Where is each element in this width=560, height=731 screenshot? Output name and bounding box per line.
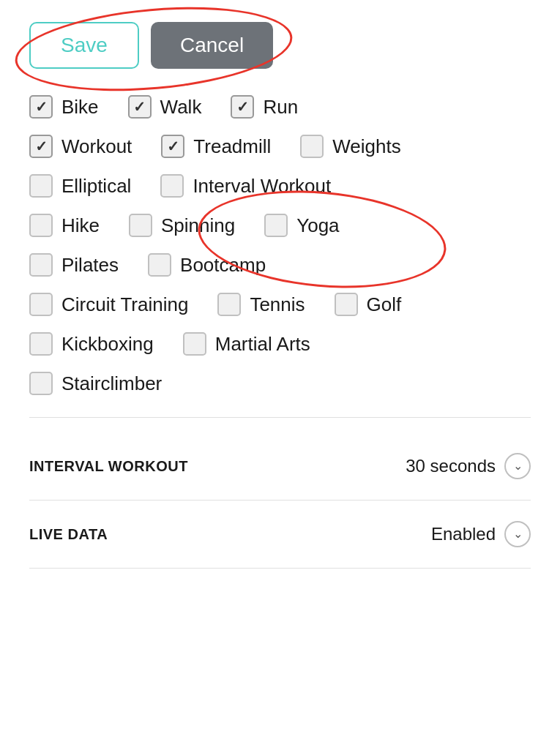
label-treadmill: Treadmill — [193, 135, 271, 158]
checkbox-pilates[interactable]: Pilates — [29, 253, 119, 277]
label-run: Run — [263, 96, 298, 119]
label-weights: Weights — [332, 135, 400, 158]
checkbox-weights-box[interactable] — [300, 135, 324, 158]
label-golf: Golf — [367, 293, 402, 316]
checkbox-walk-box[interactable]: ✓ — [128, 95, 152, 119]
annotation-circle-yoga — [194, 181, 450, 297]
checkbox-hike-box[interactable] — [29, 214, 53, 237]
checkbox-pilates-box[interactable] — [29, 253, 53, 277]
checkbox-bike-box[interactable]: ✓ — [29, 95, 53, 119]
label-pilates: Pilates — [61, 254, 119, 277]
checkbox-row-7: Kickboxing Martial Arts — [29, 332, 531, 356]
checkbox-golf[interactable]: Golf — [335, 293, 402, 316]
label-hike: Hike — [61, 214, 100, 237]
setting-value-row-interval: 30 seconds ⌄ — [406, 453, 531, 479]
checkbox-workout-box[interactable]: ✓ — [29, 135, 53, 158]
checkbox-elliptical-box[interactable] — [29, 174, 53, 198]
checkbox-run-box[interactable]: ✓ — [231, 95, 254, 119]
checkbox-circuit-training-box[interactable] — [29, 293, 53, 316]
label-tennis: Tennis — [250, 293, 305, 316]
label-elliptical: Elliptical — [61, 175, 131, 198]
label-circuit-training: Circuit Training — [61, 293, 188, 316]
label-bootcamp: Bootcamp — [180, 254, 266, 277]
checkmark-walk: ✓ — [133, 100, 146, 114]
checkbox-hike[interactable]: Hike — [29, 214, 100, 237]
settings-section: INTERVAL WORKOUT 30 seconds ⌄ LIVE DATA … — [29, 432, 531, 569]
checkbox-tennis-box[interactable] — [217, 293, 241, 316]
checkbox-row-1: ✓ Bike ✓ Walk ✓ Run — [29, 95, 531, 119]
checkbox-tennis[interactable]: Tennis — [217, 293, 305, 316]
interval-chevron-button[interactable]: ⌄ — [504, 453, 531, 479]
checkbox-stairclimber-box[interactable] — [29, 372, 53, 395]
checkbox-row-5: Pilates Bootcamp — [29, 253, 531, 277]
setting-value-row-live-data: Enabled ⌄ — [431, 521, 531, 547]
checkmark-bike: ✓ — [35, 100, 48, 114]
checkbox-workout[interactable]: ✓ Workout — [29, 135, 132, 158]
checkbox-martial-arts[interactable]: Martial Arts — [183, 332, 310, 356]
setting-row-live-data: LIVE DATA Enabled ⌄ — [29, 501, 531, 569]
checkbox-kickboxing[interactable]: Kickboxing — [29, 332, 154, 356]
label-stairclimber: Stairclimber — [61, 372, 162, 395]
checkbox-row-8: Stairclimber — [29, 372, 531, 395]
checkbox-row-2: ✓ Workout ✓ Treadmill Weights — [29, 135, 531, 158]
label-yoga: Yoga — [296, 214, 339, 237]
checkbox-treadmill[interactable]: ✓ Treadmill — [161, 135, 271, 158]
cancel-button[interactable]: Cancel — [151, 22, 273, 69]
checkbox-yoga[interactable]: Yoga — [264, 214, 339, 237]
checkbox-run[interactable]: ✓ Run — [231, 95, 298, 119]
checkbox-spinning-box[interactable] — [129, 214, 152, 237]
setting-row-interval: INTERVAL WORKOUT 30 seconds ⌄ — [29, 432, 531, 501]
label-workout: Workout — [61, 135, 132, 158]
checkbox-elliptical[interactable]: Elliptical — [29, 174, 131, 198]
button-row: Save Cancel — [29, 22, 531, 69]
checkbox-row-4: Hike Spinning Yoga — [29, 214, 531, 237]
checkbox-spinning[interactable]: Spinning — [129, 214, 235, 237]
checkbox-weights[interactable]: Weights — [300, 135, 400, 158]
checkbox-interval-workout[interactable]: Interval Workout — [160, 174, 331, 198]
checkbox-circuit-training[interactable]: Circuit Training — [29, 293, 188, 316]
setting-value-interval: 30 seconds — [406, 456, 496, 476]
checkbox-yoga-box[interactable] — [264, 214, 288, 237]
label-kickboxing: Kickboxing — [61, 333, 154, 356]
checkbox-kickboxing-box[interactable] — [29, 332, 53, 356]
live-data-chevron-button[interactable]: ⌄ — [504, 521, 531, 547]
checkbox-row-6: Circuit Training Tennis Golf — [29, 293, 531, 316]
setting-value-live-data: Enabled — [431, 524, 496, 544]
checkboxes-section: ✓ Bike ✓ Walk ✓ Run ✓ — [29, 95, 531, 395]
checkbox-interval-workout-box[interactable] — [160, 174, 184, 198]
checkbox-martial-arts-box[interactable] — [183, 332, 206, 356]
label-walk: Walk — [160, 96, 202, 119]
setting-label-live-data: LIVE DATA — [29, 526, 108, 543]
checkbox-golf-box[interactable] — [335, 293, 358, 316]
checkbox-row-3: Elliptical Interval Workout — [29, 174, 531, 198]
setting-label-interval: INTERVAL WORKOUT — [29, 458, 188, 475]
checkmark-workout: ✓ — [35, 139, 48, 154]
save-button[interactable]: Save — [29, 22, 139, 69]
divider-1 — [29, 417, 531, 418]
checkbox-bike[interactable]: ✓ Bike — [29, 95, 99, 119]
label-martial-arts: Martial Arts — [215, 333, 310, 356]
checkbox-stairclimber[interactable]: Stairclimber — [29, 372, 162, 395]
checkbox-walk[interactable]: ✓ Walk — [128, 95, 202, 119]
label-spinning: Spinning — [161, 214, 235, 237]
chevron-down-icon-2: ⌄ — [513, 528, 523, 540]
label-interval-workout: Interval Workout — [193, 175, 331, 198]
checkbox-bootcamp-box[interactable] — [148, 253, 171, 277]
checkmark-run: ✓ — [236, 100, 249, 114]
checkmark-treadmill: ✓ — [167, 139, 179, 154]
checkbox-treadmill-box[interactable]: ✓ — [161, 135, 184, 158]
checkbox-bootcamp[interactable]: Bootcamp — [148, 253, 266, 277]
label-bike: Bike — [61, 96, 99, 119]
chevron-down-icon: ⌄ — [513, 460, 523, 472]
